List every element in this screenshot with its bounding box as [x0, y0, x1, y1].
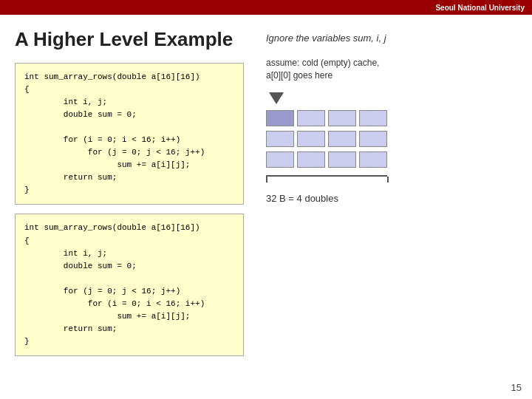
cache-cell-light-3c [328, 151, 356, 168]
cache-row-3 [266, 151, 517, 168]
main-content: A Higher Level Example int sum_array_row… [0, 15, 532, 399]
cache-cell-light-3a [266, 151, 294, 168]
cache-cell-light-2b [297, 131, 325, 147]
cache-cell-light-1b [328, 110, 356, 126]
left-column: A Higher Level Example int sum_array_row… [15, 28, 244, 392]
code-box-1: int sum_array_rows(double a[16][16]) { i… [15, 63, 244, 205]
cache-cell-light-2a [266, 131, 294, 147]
assume-label: assume: cold (empty) cache, a[0][0] goes… [266, 57, 517, 82]
brace-container [266, 174, 517, 183]
arrow-down-icon [269, 92, 284, 104]
code-box-2: int sum_array_rows(double a[16][16]) { i… [15, 214, 244, 355]
topbar: Seoul National University [0, 0, 532, 15]
cache-visual [266, 110, 517, 172]
cache-row-1 [266, 110, 517, 126]
cache-cell-light-2c [328, 131, 356, 147]
page-number: 15 [511, 382, 522, 393]
page-title: A Higher Level Example [15, 28, 244, 51]
cache-cell-light-2d [359, 131, 387, 147]
cache-cell-light-3b [297, 151, 325, 168]
cache-cell-light-3d [359, 151, 387, 168]
right-column: Ignore the variables sum, i, j assume: c… [244, 28, 517, 392]
cache-row-2 [266, 131, 517, 147]
cache-cell-light-1c [359, 110, 387, 126]
ignore-label: Ignore the variables sum, i, j [266, 33, 517, 44]
bytes-label: 32 B = 4 doubles [266, 193, 517, 204]
cache-cell-light-1a [297, 110, 325, 126]
cache-cell-dark-1 [266, 110, 294, 126]
topbar-title: Seoul National University [435, 4, 525, 12]
